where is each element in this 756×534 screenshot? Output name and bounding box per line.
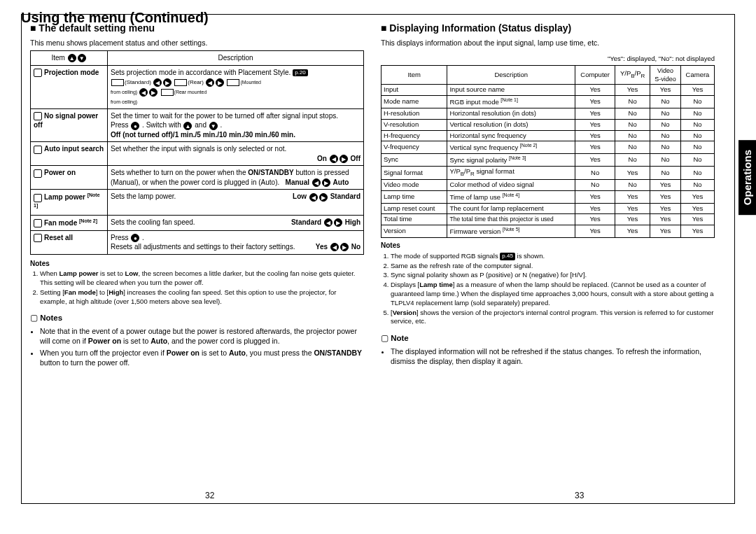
sidebar-tab-operations: Operations	[738, 140, 756, 215]
status-th: Computer	[575, 65, 615, 84]
row-desc: Resets all adjustments and settings to t…	[111, 242, 295, 252]
bullet-notes-right: The displayed information will not be re…	[391, 346, 715, 366]
left-icon: ◀	[312, 178, 321, 187]
table-row: Lamp power [Note 1] Sets the lamp power.…	[31, 190, 364, 216]
row-item-label: No signal power off	[34, 112, 98, 129]
status-th: Item	[382, 65, 447, 84]
style-icon	[161, 89, 174, 96]
row-item-label: Reset all	[44, 234, 73, 241]
status-display-heading: Displaying Information (Status display)	[381, 22, 715, 35]
up-icon: ▲	[183, 122, 192, 130]
table-row: Auto input search Set whether the input …	[31, 142, 364, 166]
notes-heading-small: Notes	[30, 259, 364, 269]
settings-table: Item ▲▼ Description Projection mode Sets…	[30, 50, 364, 255]
table-row: Power on Sets whether to turn on the pow…	[31, 166, 364, 190]
notes-heading-small: Notes	[381, 241, 715, 251]
left-icon: ◀	[324, 218, 332, 227]
right-column: Displaying Information (Status display) …	[372, 15, 734, 503]
row-desc: Sets projection mode in accordance with …	[111, 69, 290, 76]
ref-badge: p.45	[500, 253, 515, 260]
row-desc-bold: Off (not turned off)/1 min./5 min./10 mi…	[111, 131, 295, 139]
notes-sub-heading: Notes	[30, 313, 364, 324]
status-th: VideoS-video	[650, 65, 680, 84]
default-setting-intro: This menu shows placement status and oth…	[30, 38, 364, 48]
table-row: Reset all Press ● . Resets all adjustmen…	[31, 230, 364, 254]
status-th: Y/PB/PR	[615, 65, 650, 84]
ref-badge: p.20	[293, 69, 308, 77]
fan-icon	[34, 219, 42, 227]
row-item-label: Projection mode	[44, 69, 99, 76]
status-table: Item Description Computer Y/PB/PR VideoS…	[381, 65, 715, 238]
up-icon: ▲	[68, 54, 76, 62]
right-icon: ▶	[322, 178, 330, 187]
reset-icon	[34, 234, 42, 242]
style-icon	[227, 79, 239, 86]
bullet-notes: Note that in the event of a power outage…	[40, 326, 364, 368]
left-icon: ◀	[139, 88, 148, 97]
down-icon: ▼	[78, 54, 86, 62]
autoinput-icon	[34, 146, 42, 154]
right-icon: ▶	[340, 155, 348, 163]
enter-icon: ●	[131, 122, 139, 130]
default-setting-heading: The default setting menu	[30, 22, 364, 35]
right-icon: ▶	[334, 218, 342, 227]
left-icon: ◀	[309, 193, 318, 202]
table-row: Fan mode [Note 2] Sets the cooling fan s…	[31, 215, 364, 230]
right-icon: ▶	[163, 78, 172, 87]
right-icon: ▶	[149, 88, 158, 97]
lamp-icon	[34, 194, 42, 202]
numbered-notes-right: The mode of supported RGB signals p.45 i…	[381, 252, 715, 327]
row-item-label: Power on	[44, 169, 76, 176]
left-column: The default setting menu This menu shows…	[22, 15, 372, 503]
status-th: Camera	[681, 65, 715, 84]
left-icon: ◀	[206, 78, 214, 87]
right-icon: ▶	[216, 78, 224, 87]
nosignal-icon	[34, 112, 42, 120]
row-desc: Set the timer to wait for the power to b…	[111, 112, 338, 120]
left-icon: ◀	[153, 78, 162, 87]
settings-th-item: Item ▲▼	[31, 51, 108, 66]
row-item-label: Auto input search	[44, 145, 104, 153]
right-icon: ▶	[319, 193, 328, 202]
numbered-notes: When Lamp power is set to Low, the scree…	[30, 269, 364, 306]
row-desc: Sets the cooling fan speed.	[111, 218, 195, 227]
left-icon: ◀	[330, 155, 338, 163]
style-icon	[111, 79, 124, 86]
down-icon: ▼	[209, 122, 218, 130]
style-icon	[174, 79, 187, 86]
page-number-right: 33	[575, 491, 584, 500]
page-number-left: 32	[205, 491, 214, 500]
row-desc: Set whether the input with signals is on…	[111, 145, 286, 153]
note-sub-heading: Note	[381, 333, 715, 344]
enter-icon: ●	[131, 234, 139, 242]
table-row: No signal power off Set the timer to wai…	[31, 108, 364, 142]
table-row: Projection mode Sets projection mode in …	[31, 65, 364, 108]
left-icon: ◀	[330, 243, 339, 251]
right-icon: ▶	[340, 243, 349, 251]
projection-icon	[34, 69, 42, 77]
poweron-icon	[34, 169, 42, 178]
status-display-intro: This displays information about the inpu…	[381, 38, 715, 48]
page-frame: The default setting menu This menu shows…	[21, 14, 735, 504]
note-mark: [Note 2]	[79, 218, 97, 223]
settings-th-desc: Description	[108, 51, 364, 66]
status-th: Description	[447, 65, 575, 84]
row-desc: Sets the lamp power.	[111, 192, 176, 202]
status-legend: "Yes": displayed, "No": not displayed	[381, 55, 715, 64]
